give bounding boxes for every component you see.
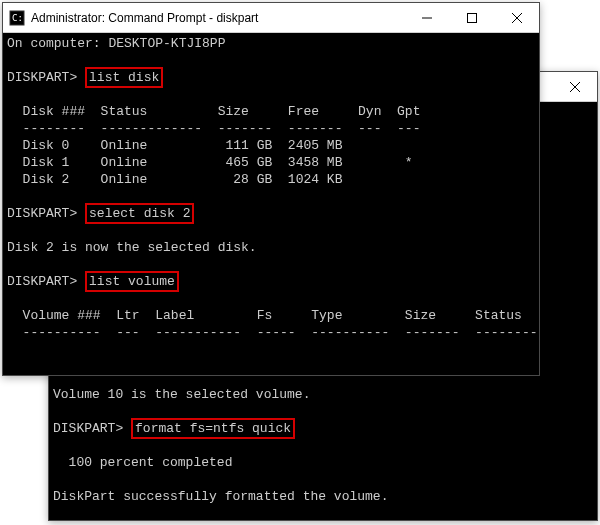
close-button[interactable]: [552, 72, 597, 102]
output-line: 100 percent completed: [53, 455, 232, 470]
cmd-icon: C:: [9, 10, 25, 26]
highlighted-command: select disk 2: [85, 203, 194, 224]
close-button[interactable]: [494, 3, 539, 33]
table-separator: -------- ------------- ------- ------- -…: [7, 121, 420, 136]
diskpart-prompt: DISKPART>: [7, 70, 77, 85]
diskpart-prompt: DISKPART>: [53, 421, 123, 436]
highlighted-command: format fs=ntfs quick: [131, 418, 295, 439]
window-title: Administrator: Command Prompt - diskpart: [31, 11, 404, 25]
output-line: DiskPart successfully formatted the volu…: [53, 489, 388, 504]
maximize-button[interactable]: [449, 3, 494, 33]
svg-text:C:: C:: [12, 13, 23, 23]
table-row: Disk 2 Online 28 GB 1024 KB: [7, 172, 342, 187]
cmd-window-front: C: Administrator: Command Prompt - diskp…: [2, 2, 540, 376]
highlighted-command: list disk: [85, 67, 163, 88]
output-line: Disk 2 is now the selected disk.: [7, 240, 257, 255]
table-header: Disk ### Status Size Free Dyn Gpt: [7, 104, 420, 119]
diskpart-prompt: DISKPART>: [7, 206, 77, 221]
terminal-front[interactable]: On computer: DESKTOP-KTJI8PP DISKPART> l…: [3, 33, 539, 375]
table-row: Disk 0 Online 111 GB 2405 MB: [7, 138, 342, 153]
minimize-button[interactable]: [404, 3, 449, 33]
table-header: Volume ### Ltr Label Fs Type Size Status…: [7, 308, 539, 323]
table-row: Disk 1 Online 465 GB 3458 MB *: [7, 155, 413, 170]
output-line: Volume 10 is the selected volume.: [53, 387, 310, 402]
table-separator: ---------- --- ----------- ----- -------…: [7, 325, 539, 340]
titlebar-front[interactable]: C: Administrator: Command Prompt - diskp…: [3, 3, 539, 33]
output-line: On computer: DESKTOP-KTJI8PP: [7, 36, 225, 51]
highlighted-command: list volume: [85, 271, 179, 292]
svg-rect-9: [467, 14, 476, 23]
diskpart-prompt: DISKPART>: [7, 274, 77, 289]
